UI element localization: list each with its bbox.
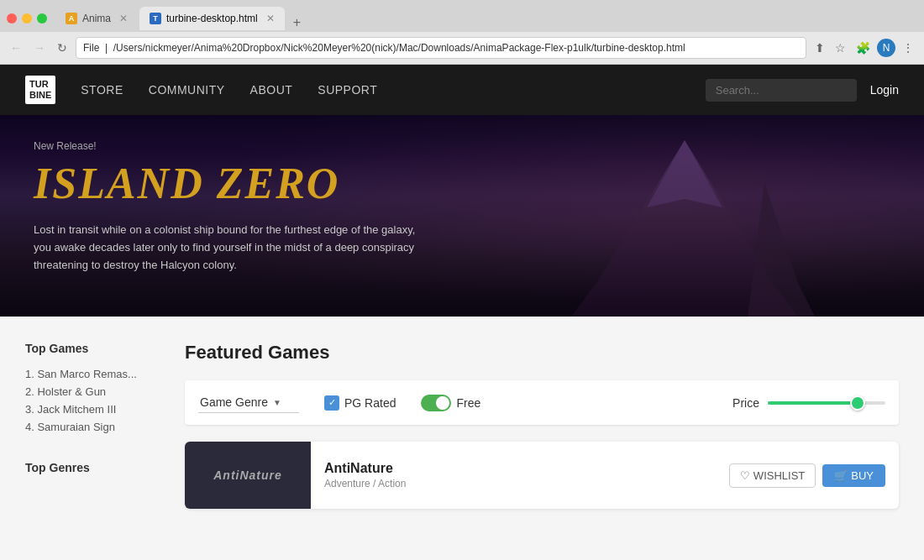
search-input[interactable] [706, 79, 857, 102]
filters-bar: Game Genre ▼ ✓ PG Rated Free Price [185, 380, 899, 425]
game-name: AntiNature [324, 461, 729, 476]
nav-support[interactable]: SUPPORT [318, 83, 377, 97]
wishlist-button[interactable]: ♡ WISHLIST [729, 463, 816, 488]
free-toggle[interactable] [421, 395, 451, 411]
featured-title: Featured Games [185, 342, 899, 364]
free-label: Free [456, 396, 480, 410]
address-input[interactable] [76, 37, 806, 59]
genre-select[interactable]: Game Genre ▼ [198, 392, 299, 413]
browser-actions: ⬆ ☆ 🧩 N ⋮ [811, 39, 917, 57]
turbine-tab-icon: T [150, 13, 161, 24]
top-games-title: Top Games [25, 342, 160, 355]
game-actions: ♡ WISHLIST 🛒 BUY [729, 463, 885, 488]
address-bar-row: ← → ↻ ⬆ ☆ 🧩 N ⋮ [0, 32, 924, 64]
menu-button[interactable]: ⋮ [899, 39, 917, 56]
extensions-button[interactable]: 🧩 [853, 39, 874, 56]
heart-icon: ♡ [740, 469, 750, 482]
nav-store[interactable]: STORE [81, 83, 123, 97]
nav-right: Login [706, 79, 899, 102]
nav-community[interactable]: COMMUNITY [149, 83, 225, 97]
tab-anima-close[interactable]: ✕ [119, 13, 128, 24]
window-controls [7, 13, 47, 24]
logo[interactable]: TURBINE [25, 76, 55, 104]
nav-links: STORE COMMUNITY ABOUT SUPPORT [81, 83, 705, 97]
pg-rated-checkbox[interactable]: ✓ [324, 395, 339, 411]
back-button[interactable]: ← [7, 39, 25, 56]
top-games-list: 1. San Marco Remas... 2. Holster & Gun 3… [25, 365, 160, 436]
tabs-row: A Anima ✕ T turbine-desktop.html ✕ + [55, 7, 304, 30]
tab-anima-label: Anima [82, 13, 111, 24]
price-slider-knob[interactable] [850, 395, 865, 411]
toggle-knob [436, 396, 449, 410]
tab-anima[interactable]: A Anima ✕ [55, 7, 138, 30]
top-genres-title: Top Genres [25, 461, 160, 474]
game-details: AntiNature Adventure / Action [324, 461, 729, 489]
game-info: AntiNature Adventure / Action ♡ WISHLIST… [311, 442, 899, 509]
hero-tag: New Release! [34, 140, 890, 152]
share-button[interactable]: ⬆ [811, 39, 828, 56]
price-filter: Price [732, 396, 885, 410]
buy-label: BUY [851, 469, 874, 482]
nav-about[interactable]: ABOUT [250, 83, 293, 97]
buy-button[interactable]: 🛒 BUY [822, 464, 885, 487]
logo-box: TURBINE [25, 76, 55, 104]
forward-button[interactable]: → [30, 39, 49, 56]
bookmark-button[interactable]: ☆ [832, 39, 849, 56]
hero-content: New Release! ISLAND ZERO Lost in transit… [0, 115, 924, 299]
genre-dropdown-arrow: ▼ [273, 398, 281, 407]
price-slider-track [768, 401, 885, 405]
price-label: Price [732, 396, 759, 410]
maximize-window-dot[interactable] [37, 13, 47, 24]
game-genre: Adventure / Action [324, 478, 729, 489]
profile-button[interactable]: N [877, 39, 895, 57]
sidebar: Top Games 1. San Marco Remas... 2. Holst… [25, 342, 160, 560]
game-card-antinature: AntiNature AntiNature Adventure / Action… [185, 442, 899, 509]
cart-icon: 🛒 [834, 469, 848, 482]
pg-rated-filter: ✓ PG Rated [324, 395, 396, 411]
reload-button[interactable]: ↻ [54, 39, 71, 56]
top-game-3[interactable]: 3. Jack Mitchem III [25, 400, 160, 418]
tab-turbine-close[interactable]: ✕ [266, 13, 275, 24]
pg-rated-label: PG Rated [344, 396, 396, 410]
tab-turbine[interactable]: T turbine-desktop.html ✕ [139, 7, 285, 30]
anima-tab-icon: A [66, 13, 77, 24]
wishlist-label: WISHLIST [753, 469, 805, 482]
new-tab-button[interactable]: + [290, 15, 304, 30]
price-slider-fill [768, 401, 853, 405]
hero-section: New Release! ISLAND ZERO Lost in transit… [0, 115, 924, 317]
tab-turbine-label: turbine-desktop.html [166, 13, 258, 24]
free-filter: Free [421, 395, 480, 411]
game-thumb-text: AntiNature [213, 468, 282, 482]
game-thumbnail: AntiNature [185, 442, 311, 509]
hero-description: Lost in transit while on a colonist ship… [34, 222, 420, 274]
top-game-4[interactable]: 4. Samuraian Sign [25, 418, 160, 436]
minimize-window-dot[interactable] [22, 13, 32, 24]
genre-label: Game Genre [200, 395, 268, 409]
tab-bar: A Anima ✕ T turbine-desktop.html ✕ + [0, 0, 924, 32]
top-game-1[interactable]: 1. San Marco Remas... [25, 365, 160, 383]
hero-title: ISLAND ZERO [34, 159, 890, 208]
login-button[interactable]: Login [870, 83, 899, 97]
main-content: Top Games 1. San Marco Remas... 2. Holst… [0, 317, 924, 560]
navigation: TURBINE STORE COMMUNITY ABOUT SUPPORT Lo… [0, 65, 924, 115]
close-window-dot[interactable] [7, 13, 17, 24]
page-content: TURBINE STORE COMMUNITY ABOUT SUPPORT Lo… [0, 65, 924, 560]
top-game-2[interactable]: 2. Holster & Gun [25, 383, 160, 400]
featured-section: Featured Games Game Genre ▼ ✓ PG Rated F… [185, 342, 899, 560]
